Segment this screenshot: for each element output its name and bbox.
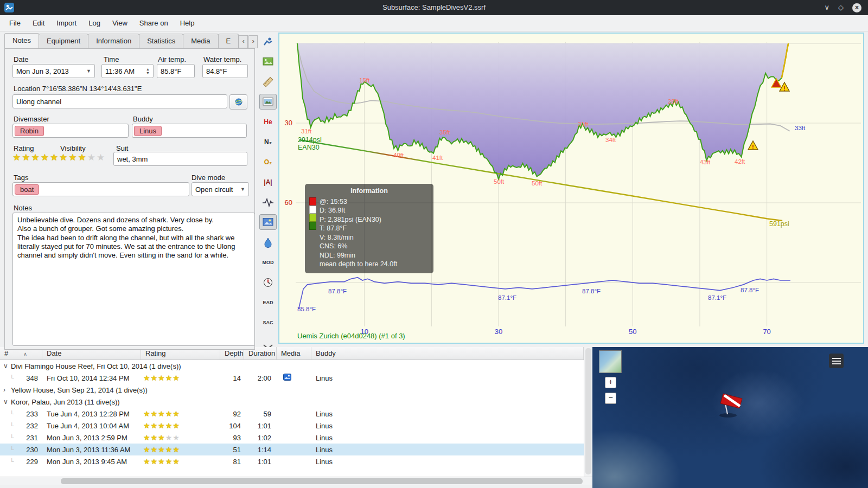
tag-chip[interactable]: boat xyxy=(15,184,39,195)
water-temp-field[interactable] xyxy=(202,64,248,78)
tab-notes[interactable]: Notes xyxy=(4,33,39,48)
menu-share-on[interactable]: Share on xyxy=(133,16,174,30)
x-axis-tick: 50 xyxy=(629,328,636,336)
title-bar: Subsurface: SampleDivesV2.ssrf ∨ ◇ × xyxy=(0,0,868,15)
dive-row[interactable]: └233Tue Jun 4, 2013 12:28 PM★★★★★9259Lin… xyxy=(0,408,584,420)
dive-duration-cell: 1:02 xyxy=(244,434,277,442)
hscroll-thumb[interactable] xyxy=(61,478,583,484)
tab-scroll-right-button[interactable]: › xyxy=(248,35,258,48)
menu-edit[interactable]: Edit xyxy=(27,16,50,30)
tab-equipment[interactable]: Equipment xyxy=(39,34,88,48)
dive-computer-icon[interactable] xyxy=(259,34,277,49)
buddy-field[interactable]: Linus xyxy=(132,124,247,138)
tags-field[interactable]: boat xyxy=(12,182,189,196)
dive-number: 348 xyxy=(14,374,42,382)
notes-textarea[interactable]: Unbelievable dive. Dozens and dozens of … xyxy=(12,213,255,346)
rating-stars[interactable]: ★★★★★ xyxy=(12,152,59,163)
tab-information[interactable]: Information xyxy=(88,34,139,48)
air-temp-label: Air temp. xyxy=(158,55,186,63)
dive-buddy-cell: Linus xyxy=(311,446,584,454)
air-temp-field[interactable] xyxy=(157,64,195,78)
temperature-label: 87.1°F xyxy=(498,294,516,301)
spinner-arrows-icon[interactable]: ▲▼ xyxy=(143,67,150,75)
column-header-media[interactable]: Media xyxy=(277,347,311,359)
vscroll-thumb[interactable] xyxy=(585,348,591,474)
ead-toggle[interactable]: EAD xyxy=(259,294,277,310)
minimize-button[interactable]: ∨ xyxy=(824,2,829,13)
dive-row[interactable]: └232Tue Jun 4, 2013 10:04 AM★★★★★1041:01… xyxy=(0,420,584,432)
map-widget[interactable]: + − xyxy=(592,347,868,488)
ambient-pressure-toggle[interactable]: |A| xyxy=(259,174,277,190)
close-button[interactable]: × xyxy=(852,3,861,12)
expander-expanded-icon[interactable]: ∨ xyxy=(3,362,11,370)
zoom-in-button[interactable]: + xyxy=(605,377,616,388)
dive-mode-combobox[interactable]: Open circuit ▼ xyxy=(192,182,249,196)
globe-button[interactable] xyxy=(229,94,247,110)
dive-number: 231 xyxy=(14,434,42,442)
depth-label: 31ft xyxy=(578,121,589,127)
expander-collapsed-icon[interactable]: › xyxy=(3,386,11,394)
mod-toggle[interactable]: MOD xyxy=(259,254,277,270)
tab-media[interactable]: Media xyxy=(183,34,218,48)
tab-statistics[interactable]: Statistics xyxy=(139,34,183,48)
suit-field[interactable] xyxy=(113,152,247,166)
location-field[interactable] xyxy=(12,94,227,108)
dive-row[interactable]: └230Mon Jun 3, 2013 11:36 AM★★★★★511:14L… xyxy=(0,444,584,455)
maximize-button[interactable]: ◇ xyxy=(838,2,844,13)
location-label: Location 7°16'58.386"N 134°14'43.631"E xyxy=(14,85,142,93)
ceiling-toggle[interactable] xyxy=(259,234,277,250)
time-spinbox[interactable]: 11:36 AM ▲▼ xyxy=(101,64,154,78)
n2-graph-toggle[interactable]: N₂ xyxy=(259,134,277,150)
map-menu-button[interactable] xyxy=(829,354,844,368)
trip-row[interactable]: ∨Divi Flamingo House Reef, Fri Oct 10, 2… xyxy=(0,360,584,372)
dive-rating-cell: ★★★★★ xyxy=(141,374,220,382)
menu-log[interactable]: Log xyxy=(82,16,106,30)
menu-import[interactable]: Import xyxy=(50,16,82,30)
depth-label: 28ft xyxy=(668,98,679,105)
menu-help[interactable]: Help xyxy=(174,16,201,30)
trip-row[interactable]: ›Yellow House, Sun Sep 21, 2014 (1 dive(… xyxy=(0,384,584,396)
tab-scroll-left-button[interactable]: ‹ xyxy=(239,35,248,48)
dive-list-vscrollbar[interactable] xyxy=(584,347,592,477)
overview-inset-map[interactable] xyxy=(599,350,622,373)
divemaster-field[interactable]: Robin xyxy=(12,124,129,138)
date-combobox[interactable]: Mon Jun 3, 2013 ▼ xyxy=(12,64,95,78)
dive-buddy-cell: Linus xyxy=(311,410,584,418)
chevron-down-icon: ▼ xyxy=(83,68,91,74)
show-photos-icon[interactable] xyxy=(259,54,277,69)
ruler-icon[interactable] xyxy=(259,74,277,89)
heartrate-toggle[interactable] xyxy=(259,194,277,210)
buddy-chip[interactable]: Linus xyxy=(134,126,162,136)
menu-file[interactable]: File xyxy=(3,16,27,30)
trip-row[interactable]: ∨Koror, Palau, Jun 2013 (11 dive(s)) xyxy=(0,396,584,408)
depth-label: 43ft xyxy=(700,159,711,165)
he-graph-toggle[interactable]: He xyxy=(259,114,277,130)
dive-row[interactable]: └348Fri Oct 10, 2014 12:34 PM★★★★★142:00… xyxy=(0,372,584,384)
menu-view[interactable]: View xyxy=(106,16,133,30)
expander-expanded-icon[interactable]: ∨ xyxy=(3,398,11,406)
zoom-out-button[interactable]: − xyxy=(605,393,616,404)
dive-row[interactable]: └231Mon Jun 3, 2013 2:59 PM★★★★★931:02Li… xyxy=(0,432,584,444)
column-header-buddy[interactable]: Buddy xyxy=(311,347,584,359)
dive-profile[interactable]: 15ft31ft40ft41ft35ft50ft50ft31ft34ft28ft… xyxy=(278,33,864,344)
info-box-title: Information xyxy=(310,187,428,196)
ndl-clock-toggle[interactable] xyxy=(259,274,277,290)
chevron-down-icon: ▼ xyxy=(237,187,245,192)
globe-icon xyxy=(234,98,243,106)
divemaster-label: Divemaster xyxy=(14,115,49,123)
divemaster-chip[interactable]: Robin xyxy=(15,126,44,136)
date-label: Date xyxy=(14,55,28,63)
profile-toolbar: HeN₂O₂|A|MODEADSAC xyxy=(259,34,277,359)
o2-graph-toggle[interactable]: O₂ xyxy=(259,154,277,170)
buddy-label: Buddy xyxy=(133,115,153,123)
dive-list-hscrollbar[interactable] xyxy=(0,477,592,485)
tab-e[interactable]: E xyxy=(218,34,239,48)
dive-row[interactable]: └229Mon Jun 3, 2013 9:45 AM★★★★★811:01Li… xyxy=(0,455,584,467)
visibility-stars[interactable]: ★★★★★ xyxy=(59,152,106,163)
dive-flag-marker[interactable] xyxy=(718,390,751,419)
picture-thumbnails-toggle[interactable] xyxy=(259,214,277,230)
sac-toggle[interactable]: SAC xyxy=(259,314,277,330)
dive-date-cell: Tue Jun 4, 2013 10:04 AM xyxy=(42,422,141,430)
photo-frame-toggle[interactable] xyxy=(259,94,277,110)
dive-number-cell: └231 xyxy=(0,434,42,442)
